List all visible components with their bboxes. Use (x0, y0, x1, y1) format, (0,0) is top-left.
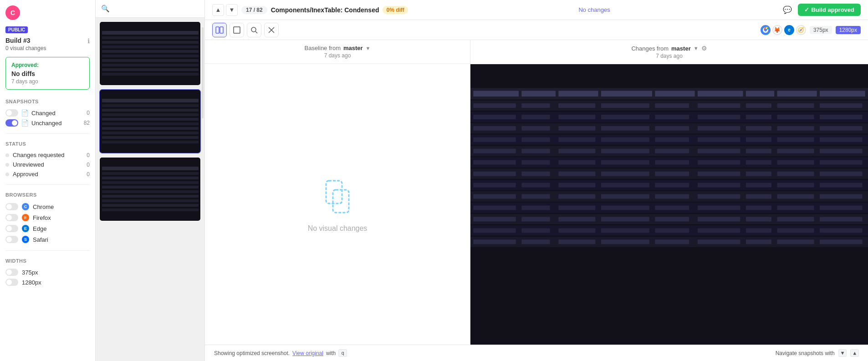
no-visual-text: No visual changes (308, 224, 368, 233)
svg-rect-25 (102, 167, 199, 170)
status-unreviewed: Unreviewed 0 (5, 160, 90, 169)
svg-rect-22 (102, 136, 199, 139)
svg-rect-170 (655, 228, 689, 233)
svg-rect-11 (102, 68, 199, 71)
safari-icon: S (22, 236, 29, 243)
firefox-selector[interactable]: 🦊 (772, 25, 782, 35)
visual-changes-count: 0 visual changes (5, 45, 90, 51)
nav-up-button[interactable]: ▲ (212, 4, 224, 16)
svg-rect-112 (746, 160, 771, 165)
width-375-toggle[interactable] (5, 269, 18, 276)
gear-icon[interactable]: ⚙ (701, 45, 707, 52)
width-1280-toggle[interactable] (5, 279, 18, 286)
svg-rect-173 (777, 228, 814, 233)
svg-rect-82 (746, 126, 771, 131)
scrollbar[interactable] (202, 27, 204, 118)
approve-checkmark: ✓ (804, 6, 809, 13)
browser-chrome-toggle[interactable] (5, 203, 18, 210)
changes-chevron[interactable]: ▼ (694, 46, 699, 51)
svg-rect-36 (220, 27, 223, 33)
highlight-button[interactable] (264, 23, 279, 37)
build-approved-label: Build approved (811, 6, 854, 13)
status-dot-changes (5, 153, 9, 157)
svg-rect-56 (473, 103, 516, 108)
width-1280-selector[interactable]: 1280px (836, 26, 861, 34)
unchanged-count: 82 (84, 120, 90, 126)
svg-rect-84 (820, 126, 863, 131)
svg-rect-179 (601, 239, 649, 244)
svg-rect-122 (746, 172, 771, 176)
svg-rect-90 (655, 137, 689, 142)
svg-rect-58 (558, 103, 595, 108)
chrome-selector[interactable] (761, 25, 771, 35)
thumbnail-card-2[interactable]: Components/InexTable: Row Actions (99, 157, 201, 221)
baseline-panel-body: No visual changes (205, 64, 470, 345)
svg-rect-120 (655, 172, 689, 176)
safari-label: Safari (33, 236, 48, 243)
main-area: ▲ ▼ 17 / 82 Components/InexTable: Conden… (205, 0, 868, 361)
svg-rect-51 (698, 91, 743, 97)
thumbnail-card-1[interactable]: Components/InexTable: Condensed (99, 89, 201, 153)
svg-rect-28 (102, 181, 199, 184)
navigate-text: Navigate snapshots with (776, 350, 835, 356)
zoom-button[interactable] (247, 23, 261, 37)
info-icon[interactable]: ℹ (87, 37, 90, 45)
svg-rect-21 (102, 132, 199, 134)
svg-point-38 (251, 27, 256, 32)
svg-rect-110 (655, 160, 689, 165)
topbar-right: 💬 ✓ Build approved (781, 3, 861, 17)
browser-safari-toggle[interactable] (5, 236, 18, 243)
svg-rect-66 (473, 115, 516, 119)
split-view-button[interactable] (212, 23, 227, 37)
thumbnail-card-0[interactable]: Components/InexTable: Custom Columns (99, 21, 201, 86)
svg-rect-6 (102, 46, 199, 48)
view-original-link[interactable]: View original (292, 350, 323, 356)
svg-rect-160 (655, 217, 689, 221)
svg-rect-129 (601, 183, 649, 188)
browsers-section-title: Browsers (5, 192, 90, 198)
baseline-chevron[interactable]: ▼ (366, 46, 371, 51)
status-label-changes: Changes requested (13, 152, 87, 158)
svg-rect-43 (333, 190, 349, 213)
svg-rect-71 (698, 115, 740, 119)
svg-rect-158 (558, 217, 595, 221)
status-label-approved: Approved (13, 171, 87, 178)
svg-rect-116 (473, 172, 516, 176)
svg-rect-10 (102, 64, 199, 66)
chrome-browser-icon (762, 27, 769, 33)
unchanged-toggle[interactable] (5, 119, 18, 127)
changed-toggle[interactable] (5, 109, 18, 117)
thumbnail-label-2: Components/InexTable: Row Actions (100, 221, 200, 221)
edge-icon: E (22, 225, 29, 232)
svg-rect-76 (473, 126, 516, 131)
svg-rect-37 (234, 27, 240, 33)
edge-label: Edge (33, 225, 46, 232)
browser-edge-toggle[interactable] (5, 225, 18, 232)
svg-rect-92 (746, 137, 771, 142)
diff-badge: 0% diff (383, 6, 408, 14)
screenshot-table (470, 64, 868, 345)
svg-rect-59 (601, 103, 649, 108)
browser-firefox-toggle[interactable] (5, 214, 18, 221)
browser-edge-row: E Edge (5, 223, 90, 234)
svg-rect-48 (558, 91, 598, 97)
svg-rect-42 (326, 181, 342, 203)
svg-rect-121 (698, 172, 740, 176)
svg-rect-113 (777, 160, 814, 165)
showing-optimized-text: Showing optimized screenshot. (214, 350, 290, 356)
no-visual-icon (317, 176, 358, 217)
search-icon[interactable]: 🔍 (101, 5, 110, 13)
width-375-selector[interactable]: 375px (810, 26, 832, 34)
nav-down-button[interactable]: ▼ (226, 4, 238, 16)
snapshot-nav: ▲ ▼ (212, 4, 238, 16)
nav-key-down: ▼ (838, 349, 847, 357)
build-approved-button[interactable]: ✓ Build approved (798, 4, 861, 16)
svg-rect-54 (820, 91, 865, 97)
edge-selector[interactable]: e (784, 25, 794, 35)
comment-button[interactable]: 💬 (781, 3, 794, 17)
single-view-button[interactable] (230, 23, 244, 37)
build-title: Build #3 (5, 37, 30, 44)
chrome-icon: C (22, 203, 29, 210)
safari-selector[interactable]: 🧭 (796, 25, 806, 35)
svg-rect-96 (473, 149, 516, 153)
